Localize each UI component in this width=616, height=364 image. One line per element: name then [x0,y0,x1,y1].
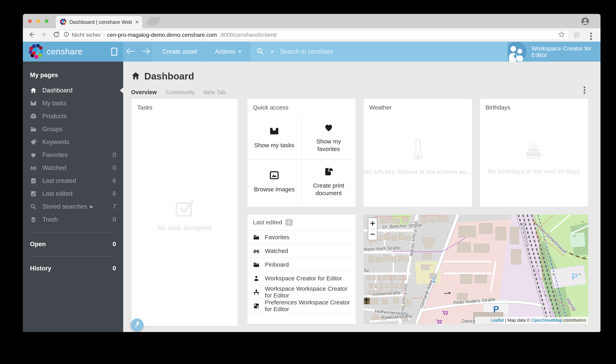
bookmark-star-icon[interactable] [558,31,565,39]
map-zoom-control: + − [368,218,377,240]
logo-text: censhare [47,47,83,56]
browser-tab[interactable]: Dashboard | censhare Web ✕ [56,16,142,28]
tab-close-icon[interactable]: ✕ [135,19,139,25]
global-search[interactable]: ▼ Search in censhare [250,42,508,62]
zoom-window-button[interactable] [45,19,49,23]
sidebar-item-my-tasks[interactable]: My tasks [23,97,123,110]
pin-fab-button[interactable] [131,318,144,331]
forward-icon[interactable] [40,31,48,39]
sidebar-section-title: My pages [23,69,123,84]
sidebar-item-groups[interactable]: Groups [23,123,123,135]
list-item-watched[interactable]: Watched [247,244,356,258]
close-window-button[interactable] [28,19,32,23]
create-asset-label: Create asset [162,48,197,55]
tab-community[interactable]: Community [166,89,195,96]
censhare-logo-icon [29,43,44,60]
sidebar: My pages Dashboard My tasks [23,62,123,332]
box-icon [30,113,37,120]
browser-window: Dashboard | censhare Web ✕ Nicht siche [23,14,601,332]
inbox-icon [269,126,280,137]
list-item-workspace-workspace-creator[interactable]: Workspace Workspace Creator for Editor [247,285,356,299]
sidebar-item-label: Last created [42,177,76,184]
sidebar-item-last-created[interactable]: Last created 6 [23,174,123,187]
info-icon[interactable] [63,31,69,39]
sidebar-item-history[interactable]: History 0 [23,262,123,274]
list-item-preferences-workspace-creator[interactable]: Preferences Workspace Creator for Editor [247,299,356,313]
browser-menu-icon[interactable] [590,32,592,41]
tasks-card: Tasks No task assigned [131,99,238,326]
sidebar-item-favorites[interactable]: Favorites 0 [23,148,123,161]
quick-access-create-print-document[interactable]: Create print document [302,159,356,203]
page-title: Dashboard [144,71,194,82]
map-zoom-in-button[interactable]: + [370,219,375,228]
collapse-sidebar-icon[interactable] [111,48,117,56]
quick-access-show-my-favorites[interactable]: Show my favorites [302,116,356,159]
tab-title: Dashboard | censhare Web [69,19,132,25]
weather-empty-text: No API key defined at the system as… [364,169,472,175]
app-header: censhare Create asset Actions ▼ ▼ Search… [23,42,601,62]
actions-caret-icon: ▼ [238,50,242,54]
sidebar-item-stored-searches[interactable]: Stored searches ▶ 7 [23,200,123,213]
censhare-logo[interactable]: censhare [23,42,123,62]
sidebar-item-dashboard[interactable]: Dashboard [23,84,123,97]
nav-back-icon[interactable] [126,48,135,56]
expand-icon[interactable]: ▶ [90,204,93,209]
extension-icon[interactable]: a [573,32,581,40]
pushpin-icon [134,321,141,329]
tab-new-tab[interactable]: New Tab [203,89,226,96]
birthdays-title: Birthdays [480,99,588,116]
list-item-pinboard[interactable]: Pinboard [247,258,356,272]
screen: Dashboard | censhare Web ✕ Nicht siche [0,0,616,364]
list-item-label: Pinboard [265,261,289,268]
browser-profile-icon[interactable] [581,17,589,26]
sidebar-item-trash[interactable]: Trash 0 [23,213,123,226]
leaflet-link[interactable]: Leaflet [491,318,504,323]
sidebar-item-watched[interactable]: Watched 0 [23,161,123,174]
nav-forward-icon[interactable] [142,48,150,56]
sidebar-item-products[interactable]: Products [23,110,123,123]
weather-card: Weather No API key d [364,99,472,207]
back-icon[interactable] [28,31,35,39]
list-item-favorites[interactable]: Favorites [247,231,356,244]
toggles-icon [253,302,260,309]
thermometer-icon [409,160,427,163]
quick-access-browse-images[interactable]: Browse images [247,159,302,203]
sidebar-item-label: Last edited [42,190,73,197]
url-host: cen-pro-magalog-demo.demo.censhare.com [107,32,217,38]
sidebar-item-keywords[interactable]: Keywords [23,135,123,148]
tasks-title: Tasks [131,99,238,116]
url-field[interactable]: Nicht sicher | cen-pro-magalog-demo.demo… [60,30,569,39]
url-path: :9000/censhare5/client/ [219,32,277,38]
workspace-button[interactable]: Workspace Creator for Editor [508,42,601,62]
sidebar-divider [30,232,116,232]
reload-icon[interactable] [53,31,60,39]
search-caret-icon[interactable]: ▼ [270,50,274,54]
sidebar-item-label: Dashboard [42,87,73,94]
url-separator: | [103,32,105,38]
heart-icon [30,151,37,158]
map-card[interactable]: P P Dr.-Böttcher-Straße Von-Frays-Straße… [364,215,588,324]
search-icon[interactable] [256,47,264,56]
sidebar-item-open[interactable]: Open 0 [23,238,123,250]
quick-access-label: Browse images [254,186,295,193]
map-zoom-out-button[interactable]: − [370,230,375,238]
active-item-marker [120,87,123,93]
binoculars-icon [30,164,37,171]
quick-access-card: Quick access Show my tasks Show my favor… [247,99,356,207]
binoculars-icon [253,247,260,254]
create-asset-button[interactable]: Create asset [153,42,206,62]
last-edited-title: Last edited [253,219,282,226]
minimize-window-button[interactable] [36,19,40,23]
image-icon [269,170,280,181]
task-check-icon [174,215,196,219]
sidebar-item-last-edited[interactable]: Last edited 6 [23,187,123,200]
actions-button[interactable]: Actions ▼ [206,42,250,62]
list-item-workspace-creator[interactable]: Workspace Creator for Editor [247,272,356,285]
dashboard-menu-icon[interactable] [584,85,585,95]
new-tab-button[interactable] [146,17,161,25]
quick-access-show-my-tasks[interactable]: Show my tasks [247,116,302,159]
tab-overview[interactable]: Overview [131,89,157,96]
sidebar-item-label: My tasks [42,100,66,107]
leaflet-map[interactable]: P P Dr.-Böttcher-Straße Von-Frays-Straße… [364,215,588,324]
osm-link[interactable]: OpenStreetMap [531,318,562,323]
